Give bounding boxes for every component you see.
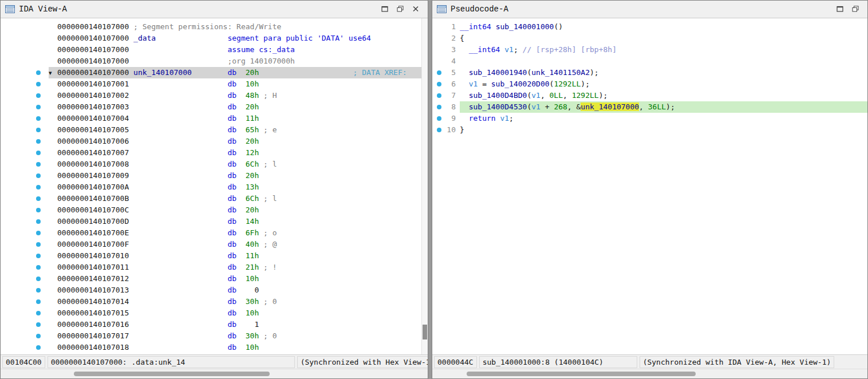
pseudocode-titlebar[interactable]: Pseudocode-A xyxy=(432,1,867,18)
line-dot-marker[interactable] xyxy=(36,277,41,281)
line-dot-marker[interactable] xyxy=(36,219,41,224)
line-dot-marker[interactable] xyxy=(36,82,41,86)
disasm-line[interactable]: 0000000140107000 _data segment para publ… xyxy=(1,33,421,44)
pseudocode-line[interactable]: 9 return v1; xyxy=(432,113,867,124)
disasm-line[interactable]: 000000014010700C db 20h xyxy=(1,204,421,216)
line-dot-marker[interactable] xyxy=(437,93,441,98)
line-dot-marker[interactable] xyxy=(36,265,41,270)
disasm-line[interactable]: 000000014010700E db 6Fh ; o xyxy=(1,227,421,239)
code-token: db xyxy=(227,297,236,306)
pseudocode-line-current[interactable]: 8 sub_1400D4530(v1 + 268, &unk_140107000… xyxy=(432,101,867,113)
disasm-line[interactable]: 000000014010700D db 14h xyxy=(1,216,421,227)
disasm-line[interactable]: 0000000140107012 db 10h xyxy=(1,273,421,285)
disasm-line[interactable]: 0000000140107002 db 48h ; H xyxy=(1,90,421,101)
code-token: 10h xyxy=(246,309,259,317)
disasm-line[interactable]: 000000014010700F db 40h ; @ xyxy=(1,239,421,250)
line-dot-marker[interactable] xyxy=(36,93,41,98)
disasm-line[interactable]: 0000000140107018 db 10h xyxy=(1,342,421,353)
line-dot-marker[interactable] xyxy=(36,196,41,201)
disasm-line[interactable]: 0000000140107013 db 0 xyxy=(1,285,421,296)
disasm-line[interactable]: 000000014010700A db 13h xyxy=(1,181,421,193)
pseudocode-line[interactable]: 6 v1 = sub_140020D00(1292LL); xyxy=(432,78,867,90)
pseudocode-line[interactable]: 1__int64 sub_140001000() xyxy=(432,21,867,33)
disasm-line[interactable]: 0000000140107000 assume cs:_data xyxy=(1,44,421,56)
code-token: = xyxy=(478,80,491,88)
pseudocode-line[interactable]: 4 xyxy=(432,56,867,67)
line-dot-marker[interactable] xyxy=(437,116,441,121)
disasm-line[interactable]: 0000000140107016 db 1 xyxy=(1,319,421,330)
pseudocode-line[interactable]: 2{ xyxy=(432,33,867,44)
disasm-line[interactable]: 0000000140107000 ;org 140107000h xyxy=(1,56,421,67)
float-icon[interactable] xyxy=(852,6,859,13)
disasm-line[interactable]: 0000000140107007 db 12h xyxy=(1,147,421,159)
disasm-line-current[interactable]: ▾0000000140107000 unk_140107000 db 20h ;… xyxy=(1,67,421,78)
disasm-line[interactable]: 0000000140107003 db 20h xyxy=(1,101,421,113)
disasm-line[interactable]: 000000014010700B db 6Ch ; l xyxy=(1,193,421,204)
line-dot-marker[interactable] xyxy=(36,231,41,235)
line-dot-marker[interactable] xyxy=(36,139,41,144)
line-dot-marker[interactable] xyxy=(36,173,41,178)
disasm-line[interactable]: 0000000140107009 db 20h xyxy=(1,170,421,181)
code-token xyxy=(236,320,246,329)
line-dot-marker[interactable] xyxy=(36,151,41,155)
status-field: 0000000140107000: .data:unk_14 xyxy=(48,356,295,368)
line-dot-marker[interactable] xyxy=(437,105,441,109)
pseudocode-line[interactable]: 3 __int64 v1; // [rsp+28h] [rbp+8h] xyxy=(432,44,867,56)
line-dot-marker[interactable] xyxy=(36,242,41,247)
vertical-scrollbar[interactable] xyxy=(421,18,428,354)
line-dot-marker[interactable] xyxy=(36,288,41,293)
line-dot-marker[interactable] xyxy=(36,208,41,212)
close-icon[interactable] xyxy=(412,6,420,13)
horizontal-scrollbar-thumb[interactable] xyxy=(467,372,696,376)
pseudocode-text xyxy=(460,56,867,67)
line-dot-marker[interactable] xyxy=(36,105,41,109)
disasm-line[interactable]: 0000000140107005 db 65h ; e xyxy=(1,124,421,136)
pseudocode-line[interactable]: 7 sub_1400D4BD0(v1, 0LL, 1292LL); xyxy=(432,90,867,101)
disassembly-view[interactable]: 0000000140107000 ; Segment permissions: … xyxy=(1,18,428,354)
disasm-line[interactable]: 0000000140107006 db 20h xyxy=(1,136,421,147)
code-token xyxy=(129,183,133,191)
pseudocode-line[interactable]: 10} xyxy=(432,124,867,136)
code-token: 0000000140107004 xyxy=(57,114,129,123)
line-dot-marker[interactable] xyxy=(36,334,41,338)
maximize-icon[interactable] xyxy=(381,6,389,13)
disasm-line[interactable]: 0000000140107004 db 11h xyxy=(1,113,421,124)
horizontal-scrollbar-thumb[interactable] xyxy=(74,372,270,376)
maximize-icon[interactable] xyxy=(837,6,844,13)
line-dot-marker[interactable] xyxy=(437,82,441,86)
line-dot-marker[interactable] xyxy=(36,299,41,304)
disasm-line[interactable]: 0000000140107001 db 10h xyxy=(1,78,421,90)
disasm-line[interactable]: 0000000140107017 db 30h ; 0 xyxy=(1,330,421,342)
ida-view-titlebar[interactable]: IDA View-A xyxy=(1,1,428,18)
disassembly-listing[interactable]: 0000000140107000 ; Segment permissions: … xyxy=(1,18,421,354)
line-dot-marker[interactable] xyxy=(36,70,41,75)
line-dot-marker[interactable] xyxy=(36,254,41,258)
line-dot-marker[interactable] xyxy=(437,70,441,75)
float-icon[interactable] xyxy=(397,6,404,13)
code-token xyxy=(460,114,469,123)
line-dot-marker[interactable] xyxy=(36,162,41,167)
disasm-line[interactable]: 0000000140107010 db 11h xyxy=(1,250,421,262)
disasm-line[interactable]: 0000000140107014 db 30h ; 0 xyxy=(1,296,421,307)
code-token xyxy=(133,309,227,317)
line-dot-marker[interactable] xyxy=(36,311,41,315)
disasm-line[interactable]: 0000000140107000 ; Segment permissions: … xyxy=(1,21,421,33)
code-token: v1 xyxy=(531,102,540,111)
line-dot-marker[interactable] xyxy=(437,128,441,132)
line-dot-marker[interactable] xyxy=(36,185,41,189)
disasm-line[interactable]: 0000000140107015 db 10h xyxy=(1,307,421,319)
disasm-line[interactable]: 0000000140107008 db 6Ch ; l xyxy=(1,159,421,170)
disasm-line[interactable]: 0000000140107011 db 21h ; ! xyxy=(1,262,421,273)
code-token: ; l xyxy=(259,160,277,168)
horizontal-scrollbar[interactable] xyxy=(432,369,867,378)
line-dot-marker[interactable] xyxy=(36,128,41,132)
horizontal-scrollbar[interactable] xyxy=(1,369,428,378)
code-token xyxy=(236,343,246,352)
pseudocode-view[interactable]: 1__int64 sub_140001000()2{3 __int64 v1; … xyxy=(432,18,867,354)
line-dot-marker[interactable] xyxy=(36,116,41,121)
pseudocode-listing[interactable]: 1__int64 sub_140001000()2{3 __int64 v1; … xyxy=(432,18,867,354)
line-dot-marker[interactable] xyxy=(36,345,41,350)
vertical-scrollbar-thumb[interactable] xyxy=(423,325,427,339)
pseudocode-line[interactable]: 5 sub_140001940(unk_1401150A2); xyxy=(432,67,867,78)
line-dot-marker[interactable] xyxy=(36,322,41,327)
